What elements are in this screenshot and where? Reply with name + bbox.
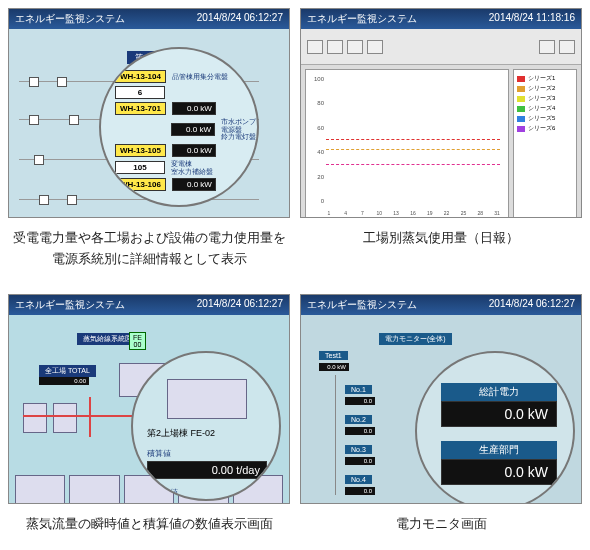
toolbar-button[interactable]	[347, 40, 363, 54]
window-titlebar: エネルギー監視システム 2014/8/24 06:12:27	[9, 295, 289, 315]
fe-label: FE 00	[129, 332, 146, 350]
schematic-canvas: 第1受電系 WH-13-104品管棟用集分電盤 6 WH-13-701	[9, 29, 289, 218]
window-title: エネルギー監視システム	[15, 12, 125, 26]
chart-toolbar	[301, 29, 581, 65]
window-titlebar: エネルギー監視システム 2014/8/24 06:12:27	[301, 295, 581, 315]
magnifier: 総計電力 0.0 kW 生産部門 0.0 kW	[415, 351, 575, 504]
mag-title: 第2上場棟 FE-02	[147, 427, 267, 440]
tag-label: 品管棟用集分電盤	[172, 73, 228, 81]
panel-caption: 工場別蒸気使用量（日報）	[300, 218, 582, 263]
steam-window: エネルギー監視システム 2014/8/24 06:12:27 蒸気給線系統図 F…	[8, 294, 290, 504]
tag-id: WH-13-701	[115, 102, 166, 115]
window-titlebar: エネルギー監視システム 2014/8/24 06:12:27	[9, 9, 289, 29]
magnifier-content: 総計電力 0.0 kW 生産部門 0.0 kW	[417, 353, 573, 485]
tag-id: WH-13-105	[115, 144, 166, 157]
x-axis: 1471013161922252831	[326, 210, 500, 216]
power-group: 総計電力 0.0 kW	[441, 383, 557, 427]
panel-caption: 蒸気流量の瞬時値と積算値の数値表示画面	[8, 504, 290, 549]
group-value: 0.0 kW	[441, 459, 557, 485]
timestamp: 2014/8/24 11:18:16	[489, 12, 575, 26]
magnifier-content: 第2上場棟 FE-02 積算値 0.00 t/day Hourly値 0.00	[133, 353, 279, 501]
panel-2: エネルギー監視システム 2014/8/24 11:18:16 100806040…	[300, 8, 582, 284]
side-label: No.4	[345, 475, 372, 484]
side-label: No.2	[345, 415, 372, 424]
toolbar-button[interactable]	[559, 40, 575, 54]
power-window: エネルギー監視システム 2014/8/24 06:12:27 電力モニター(全体…	[300, 294, 582, 504]
tag-value: 0.0 kW	[172, 178, 216, 191]
tag-id: 105	[115, 161, 165, 174]
power-group: 生産部門 0.0 kW	[441, 441, 557, 485]
tag-label: 市水ポンプ 電源盤 鈴力電灯盤	[221, 118, 256, 141]
group-label: 生産部門	[441, 441, 557, 459]
tag-id: 6	[115, 86, 165, 99]
toolbar-button[interactable]	[539, 40, 555, 54]
chart-area: 100806040200 1471013161922252831 シリーズ1シリ…	[301, 65, 581, 218]
readout-value: 0.00 t/day	[147, 461, 267, 479]
timestamp: 2014/8/24 06:12:27	[197, 298, 283, 312]
total-value: 0.00	[39, 377, 89, 385]
tag-value: 0.0 kW	[171, 123, 215, 136]
magnifier: WH-13-104品管棟用集分電盤 6 WH-13-7010.0 kW 0.0 …	[99, 47, 259, 207]
side-label: No.3	[345, 445, 372, 454]
timestamp: 2014/8/24 06:12:27	[197, 12, 283, 26]
tag-value: 0.0 kW	[172, 144, 216, 157]
chart-canvas: 100806040200 1471013161922252831	[305, 69, 509, 218]
bar-group	[326, 78, 500, 202]
timestamp: 2014/8/24 06:12:27	[489, 298, 575, 312]
schematic-window: エネルギー監視システム 2014/8/24 06:12:27 第1受電系	[8, 8, 290, 218]
steam-diagram: 蒸気給線系統図 FE 00 全工場 TOTAL 0.00 第2上場棟 FE-0	[9, 315, 289, 504]
magnifier: 第2上場棟 FE-02 積算値 0.00 t/day Hourly値 0.00	[131, 351, 281, 501]
power-diagram: 電力モニター(全体) Test1 0.0 kW No.1 0.0 No.2 0.…	[301, 315, 581, 504]
side-label: Test1	[319, 351, 348, 360]
magnifier-content: WH-13-104品管棟用集分電盤 6 WH-13-7010.0 kW 0.0 …	[101, 49, 257, 191]
panel-3: エネルギー監視システム 2014/8/24 06:12:27 蒸気給線系統図 F…	[8, 294, 290, 549]
toolbar-button[interactable]	[367, 40, 383, 54]
tag-label: 変電棟 室水力補給盤	[171, 160, 213, 175]
tag-value: 0.0 kW	[172, 102, 216, 115]
group-label: 総計電力	[441, 383, 557, 401]
window-title: エネルギー監視システム	[307, 12, 417, 26]
subheader: 電力モニター(全体)	[379, 333, 452, 345]
window-title: エネルギー監視システム	[15, 298, 125, 312]
chart-window: エネルギー監視システム 2014/8/24 11:18:16 100806040…	[300, 8, 582, 218]
panel-caption: 電力モニタ画面	[300, 504, 582, 549]
group-value: 0.0 kW	[441, 401, 557, 427]
total-label: 全工場 TOTAL	[39, 365, 96, 377]
toolbar-button[interactable]	[307, 40, 323, 54]
screenshot-grid: エネルギー監視システム 2014/8/24 06:12:27 第1受電系	[0, 0, 590, 550]
toolbar-button[interactable]	[327, 40, 343, 54]
panel-4: エネルギー監視システム 2014/8/24 06:12:27 電力モニター(全体…	[300, 294, 582, 549]
readout-label: 積算値	[147, 448, 267, 459]
tag-id: WH-13-106	[115, 178, 166, 191]
side-label: No.1	[345, 385, 372, 394]
panel-1: エネルギー監視システム 2014/8/24 06:12:27 第1受電系	[8, 8, 290, 284]
window-title: エネルギー監視システム	[307, 298, 417, 312]
y-axis: 100806040200	[308, 76, 324, 204]
chart-legend: シリーズ1シリーズ2シリーズ3シリーズ4シリーズ5シリーズ6	[513, 69, 577, 218]
window-titlebar: エネルギー監視システム 2014/8/24 11:18:16	[301, 9, 581, 29]
panel-caption: 受電電力量や各工場および設備の電力使用量を 電源系統別に詳細情報として表示	[8, 218, 290, 284]
tag-id: WH-13-104	[115, 70, 166, 83]
